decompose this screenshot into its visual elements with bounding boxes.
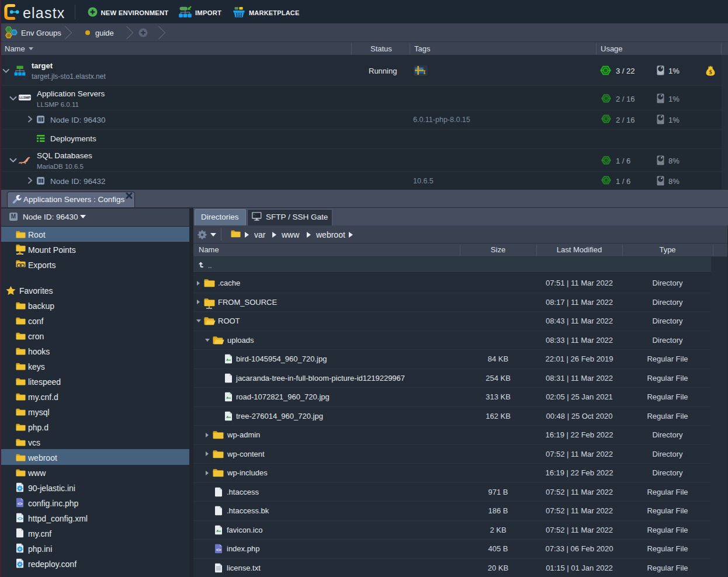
svg-text:<>: <> <box>18 516 23 522</box>
svg-text:$: $ <box>709 69 712 75</box>
svg-text:>_: >_ <box>253 213 256 216</box>
svg-text:<>: <> <box>216 547 221 552</box>
svg-text:<>: <> <box>18 501 23 506</box>
